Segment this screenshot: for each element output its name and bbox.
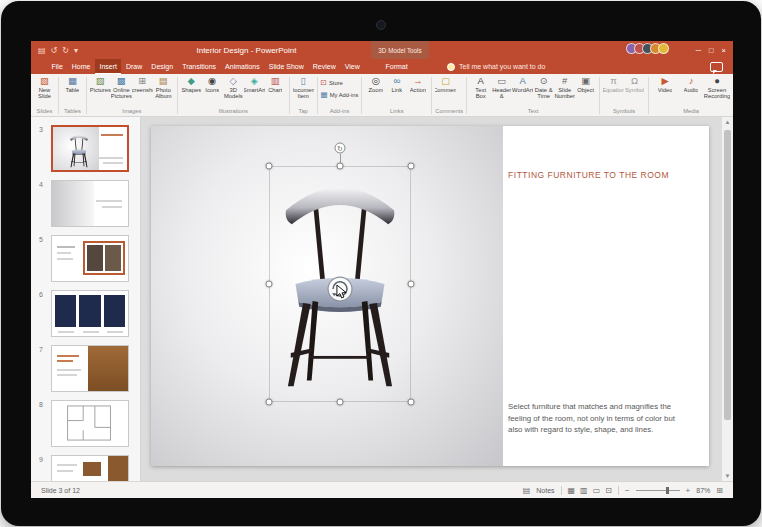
slide-thumbnail-7[interactable] [51,345,129,392]
slide-thumbnail-3[interactable] [51,125,129,172]
normal-view-icon[interactable]: ▦ [568,486,576,495]
slide-sorter-view-icon[interactable]: ▥ [580,486,588,495]
ribbon-button-new-slide[interactable]: ▧New Slide [34,75,55,100]
feedback-chat-icon[interactable] [710,62,723,72]
resize-handle-se[interactable] [408,399,415,406]
ribbon-group-slides: ▧New SlideSlides [32,75,57,116]
ribbon-button-screenshot[interactable]: ⊞Screenshot [132,75,153,93]
slide-title-textbox[interactable]: FITTING FURNITURE TO THE ROOM [508,170,693,181]
ribbon-button-pictures[interactable]: ▨Pictures [90,75,111,93]
fit-to-window-button[interactable]: ⊞ [716,486,723,495]
ribbon-button-zoom[interactable]: ◎Zoom [365,75,386,93]
ribbon-button-object[interactable]: ▣Object [575,75,596,93]
smartart-icon: ◈ [251,75,258,87]
resize-handle-e[interactable] [408,281,415,288]
zoom-slider[interactable] [636,490,680,491]
ribbon-button-my-add-ins[interactable]: ▦My Add-ins [321,90,359,99]
tab-slide-show[interactable]: Slide Show [264,59,308,74]
ribbon-button-text-box[interactable]: AText Box [470,75,491,100]
avatar[interactable] [658,43,669,54]
ribbon-tabs: FileHomeInsertDrawDesignTransitionsAnima… [47,59,364,74]
zoom-slider-thumb[interactable] [666,487,669,494]
ribbon-button-smartart[interactable]: ◈SmartArt [244,75,265,93]
ribbon-button-photo-album[interactable]: ▤Photo Album [153,75,174,100]
online-pictures-icon: ▩ [117,75,126,87]
ribbon-button-video[interactable]: ▶Video [652,75,678,93]
thumbnail-panel[interactable]: 3 4 5 6 7 8 9 [31,117,141,481]
ribbon-button-comment[interactable]: ▢Comment [435,75,456,93]
slide-thumbnail-6[interactable] [51,290,129,337]
ribbon-button-equation[interactable]: πEquation [603,75,624,93]
zoom-out-button[interactable]: − [625,486,630,495]
zoom-percent[interactable]: 87% [696,487,710,494]
tab-draw[interactable]: Draw [121,59,146,74]
mouse-cursor-icon [336,284,347,299]
resize-handle-n[interactable] [337,163,344,170]
ribbon-group-comments: ▢CommentComments [433,75,465,116]
group-label-media: Media [652,107,730,116]
ribbon-button-store[interactable]: ⊡Store [321,78,343,87]
3d-rotate-control[interactable] [327,276,353,302]
resize-handle-nw[interactable] [266,163,273,170]
tab-view[interactable]: View [340,59,364,74]
restore-button[interactable]: □ [709,46,714,55]
ribbon-button-link[interactable]: ∞Link [386,75,407,93]
ribbon-button-table[interactable]: ▦Table [62,75,83,93]
resize-handle-s[interactable] [337,399,344,406]
tab-insert[interactable]: Insert [95,59,122,74]
ribbon-button-online-pictures[interactable]: ▩Online Pictures [111,75,132,100]
rotate-handle[interactable]: ↻ [335,143,346,154]
save-icon[interactable]: ▤ [38,46,46,55]
reading-view-icon[interactable]: ▭ [593,486,601,495]
resize-handle-ne[interactable] [408,163,415,170]
ribbon-button-audio[interactable]: ♪Audio [678,75,704,93]
ribbon-button-header-footer[interactable]: ▭Header & Footer [491,75,512,100]
ribbon-button-slide-number[interactable]: #Slide Number [554,75,575,100]
group-label-tables: Tables [62,107,83,116]
close-button[interactable]: × [722,46,726,55]
zoom-in-button[interactable]: + [686,486,691,495]
vertical-scrollbar[interactable]: ▲ ▼ [721,117,733,481]
ribbon-button-chart[interactable]: ▥Chart [265,75,286,93]
undo-icon[interactable]: ↺ [51,46,58,55]
notes-button[interactable]: Notes [536,487,554,494]
tab-home[interactable]: Home [67,59,95,74]
slideshow-view-icon[interactable]: ⊡ [605,486,612,495]
slide-body-textbox[interactable]: Select furniture that matches and magnif… [508,401,685,436]
ribbon-button-action[interactable]: →Action [407,75,428,93]
group-label-illustrations: Illustrations [181,107,286,116]
ribbon-button-document-item[interactable]: ▯Document Item [293,75,314,100]
tab-format[interactable]: Format [381,59,412,74]
scroll-up-icon[interactable]: ▲ [722,119,733,125]
ribbon-button-date-time[interactable]: ⊙Date & Time [533,75,554,100]
slide-canvas[interactable]: FITTING FURNITURE TO THE ROOM Select fur… [151,126,709,466]
ribbon-button-screen-recording[interactable]: ●Screen Recording [704,75,730,100]
tab-review[interactable]: Review [308,59,340,74]
group-label-slides: Slides [34,107,55,116]
tab-animations[interactable]: Animations [221,59,265,74]
slide-thumbnail-5[interactable] [51,235,129,282]
resize-handle-sw[interactable] [266,399,273,406]
customize-quick-access-icon[interactable]: ▾ [74,46,78,55]
tab-design[interactable]: Design [147,59,178,74]
ribbon-button-symbol[interactable]: ΩSymbol [624,75,645,93]
tell-me-box[interactable]: Tell me what you want to do [447,59,545,74]
ribbon-tab-row: FileHomeInsertDrawDesignTransitionsAnima… [31,59,733,74]
ribbon-button-3d-models[interactable]: ◇3D Models [223,75,244,100]
3d-model-chair[interactable]: ↻ [269,166,411,402]
zoom-slider-track[interactable] [636,490,680,491]
tab-file[interactable]: File [47,59,67,74]
ribbon-button-wordart[interactable]: AWordArt [512,75,533,93]
ribbon-button-shapes[interactable]: ◆Shapes [181,75,202,93]
scrollbar-thumb[interactable] [724,130,731,420]
redo-icon[interactable]: ↻ [62,46,69,55]
slide-thumbnail-9[interactable] [51,455,129,481]
slide-thumbnail-8[interactable] [51,400,129,447]
ribbon-button-icons[interactable]: ◉Icons [202,75,223,93]
scroll-down-icon[interactable]: ▼ [722,473,733,479]
resize-handle-w[interactable] [266,281,273,288]
minimize-button[interactable]: ─ [696,46,701,55]
tab-transitions[interactable]: Transitions [178,59,221,74]
collaborator-avatars[interactable] [629,43,669,54]
slide-thumbnail-4[interactable] [51,180,129,227]
